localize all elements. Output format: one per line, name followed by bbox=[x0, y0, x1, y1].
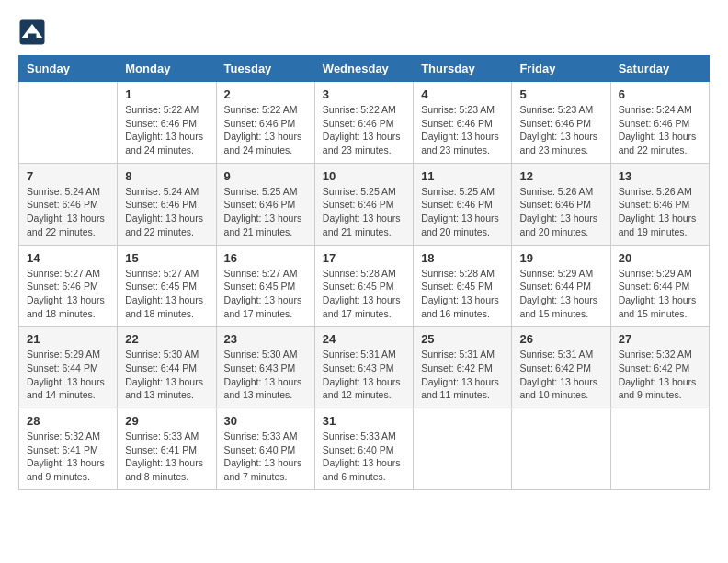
calendar-cell: 6Sunrise: 5:24 AM Sunset: 6:46 PM Daylig… bbox=[610, 82, 709, 164]
calendar-cell: 24Sunrise: 5:31 AM Sunset: 6:43 PM Dayli… bbox=[314, 327, 413, 408]
day-info: Sunrise: 5:30 AM Sunset: 6:43 PM Dayligh… bbox=[224, 348, 307, 402]
day-number: 11 bbox=[421, 169, 504, 183]
day-info: Sunrise: 5:27 AM Sunset: 6:46 PM Dayligh… bbox=[27, 267, 109, 321]
day-info: Sunrise: 5:22 AM Sunset: 6:46 PM Dayligh… bbox=[125, 103, 208, 157]
calendar-cell: 27Sunrise: 5:32 AM Sunset: 6:42 PM Dayli… bbox=[610, 327, 709, 408]
calendar-week-row: 28Sunrise: 5:32 AM Sunset: 6:41 PM Dayli… bbox=[19, 408, 710, 490]
weekday-header-row: SundayMondayTuesdayWednesdayThursdayFrid… bbox=[19, 56, 710, 82]
calendar-cell: 8Sunrise: 5:24 AM Sunset: 6:46 PM Daylig… bbox=[118, 163, 216, 245]
calendar-cell: 22Sunrise: 5:30 AM Sunset: 6:44 PM Dayli… bbox=[118, 327, 216, 408]
day-info: Sunrise: 5:25 AM Sunset: 6:46 PM Dayligh… bbox=[421, 185, 504, 239]
day-info: Sunrise: 5:31 AM Sunset: 6:43 PM Dayligh… bbox=[323, 348, 405, 402]
calendar-cell: 7Sunrise: 5:24 AM Sunset: 6:46 PM Daylig… bbox=[19, 163, 118, 245]
day-number: 4 bbox=[421, 87, 504, 101]
calendar-cell: 9Sunrise: 5:25 AM Sunset: 6:46 PM Daylig… bbox=[216, 163, 314, 245]
weekday-header-wednesday: Wednesday bbox=[314, 56, 413, 82]
day-number: 6 bbox=[619, 87, 701, 101]
day-info: Sunrise: 5:31 AM Sunset: 6:42 PM Dayligh… bbox=[421, 348, 504, 402]
calendar-cell bbox=[610, 408, 709, 490]
day-number: 22 bbox=[125, 332, 208, 346]
calendar-cell: 14Sunrise: 5:27 AM Sunset: 6:46 PM Dayli… bbox=[19, 245, 118, 327]
day-number: 9 bbox=[224, 169, 307, 183]
calendar-cell: 10Sunrise: 5:25 AM Sunset: 6:46 PM Dayli… bbox=[314, 163, 413, 245]
day-info: Sunrise: 5:32 AM Sunset: 6:42 PM Dayligh… bbox=[619, 348, 701, 402]
calendar-cell: 1Sunrise: 5:22 AM Sunset: 6:46 PM Daylig… bbox=[118, 82, 216, 164]
calendar-cell: 5Sunrise: 5:23 AM Sunset: 6:46 PM Daylig… bbox=[512, 82, 610, 164]
calendar-cell: 25Sunrise: 5:31 AM Sunset: 6:42 PM Dayli… bbox=[414, 327, 512, 408]
day-number: 12 bbox=[519, 169, 602, 183]
weekday-header-tuesday: Tuesday bbox=[216, 56, 314, 82]
logo-icon bbox=[18, 18, 46, 46]
calendar-cell: 16Sunrise: 5:27 AM Sunset: 6:45 PM Dayli… bbox=[216, 245, 314, 327]
day-info: Sunrise: 5:29 AM Sunset: 6:44 PM Dayligh… bbox=[619, 267, 701, 321]
day-info: Sunrise: 5:25 AM Sunset: 6:46 PM Dayligh… bbox=[224, 185, 307, 239]
day-info: Sunrise: 5:23 AM Sunset: 6:46 PM Dayligh… bbox=[519, 103, 602, 157]
day-number: 31 bbox=[323, 414, 405, 428]
calendar-week-row: 14Sunrise: 5:27 AM Sunset: 6:46 PM Dayli… bbox=[19, 245, 710, 327]
calendar-cell bbox=[512, 408, 610, 490]
weekday-header-sunday: Sunday bbox=[19, 56, 118, 82]
day-number: 17 bbox=[323, 251, 405, 265]
calendar-cell: 18Sunrise: 5:28 AM Sunset: 6:45 PM Dayli… bbox=[414, 245, 512, 327]
day-number: 5 bbox=[519, 87, 602, 101]
calendar-cell: 29Sunrise: 5:33 AM Sunset: 6:41 PM Dayli… bbox=[118, 408, 216, 490]
calendar-table: SundayMondayTuesdayWednesdayThursdayFrid… bbox=[18, 55, 710, 490]
calendar-cell bbox=[19, 82, 118, 164]
day-number: 23 bbox=[224, 332, 307, 346]
day-number: 3 bbox=[323, 87, 405, 101]
day-info: Sunrise: 5:23 AM Sunset: 6:46 PM Dayligh… bbox=[421, 103, 504, 157]
day-info: Sunrise: 5:25 AM Sunset: 6:46 PM Dayligh… bbox=[323, 185, 405, 239]
day-number: 24 bbox=[323, 332, 405, 346]
day-info: Sunrise: 5:29 AM Sunset: 6:44 PM Dayligh… bbox=[27, 348, 109, 402]
day-number: 14 bbox=[27, 251, 109, 265]
weekday-header-saturday: Saturday bbox=[610, 56, 709, 82]
day-info: Sunrise: 5:24 AM Sunset: 6:46 PM Dayligh… bbox=[125, 185, 208, 239]
day-info: Sunrise: 5:26 AM Sunset: 6:46 PM Dayligh… bbox=[519, 185, 602, 239]
day-number: 13 bbox=[619, 169, 701, 183]
calendar-cell: 20Sunrise: 5:29 AM Sunset: 6:44 PM Dayli… bbox=[610, 245, 709, 327]
day-number: 29 bbox=[125, 414, 208, 428]
calendar-cell: 2Sunrise: 5:22 AM Sunset: 6:46 PM Daylig… bbox=[216, 82, 314, 164]
calendar-cell: 13Sunrise: 5:26 AM Sunset: 6:46 PM Dayli… bbox=[610, 163, 709, 245]
day-info: Sunrise: 5:32 AM Sunset: 6:41 PM Dayligh… bbox=[27, 430, 109, 484]
calendar-cell: 11Sunrise: 5:25 AM Sunset: 6:46 PM Dayli… bbox=[414, 163, 512, 245]
day-number: 30 bbox=[224, 414, 307, 428]
day-number: 20 bbox=[619, 251, 701, 265]
day-number: 25 bbox=[421, 332, 504, 346]
day-number: 26 bbox=[519, 332, 602, 346]
calendar-cell: 3Sunrise: 5:22 AM Sunset: 6:46 PM Daylig… bbox=[314, 82, 413, 164]
day-info: Sunrise: 5:33 AM Sunset: 6:41 PM Dayligh… bbox=[125, 430, 208, 484]
day-info: Sunrise: 5:22 AM Sunset: 6:46 PM Dayligh… bbox=[224, 103, 307, 157]
day-info: Sunrise: 5:28 AM Sunset: 6:45 PM Dayligh… bbox=[323, 267, 405, 321]
day-info: Sunrise: 5:24 AM Sunset: 6:46 PM Dayligh… bbox=[27, 185, 109, 239]
day-info: Sunrise: 5:27 AM Sunset: 6:45 PM Dayligh… bbox=[224, 267, 307, 321]
calendar-cell: 21Sunrise: 5:29 AM Sunset: 6:44 PM Dayli… bbox=[19, 327, 118, 408]
page-header bbox=[18, 18, 710, 46]
calendar-cell: 23Sunrise: 5:30 AM Sunset: 6:43 PM Dayli… bbox=[216, 327, 314, 408]
day-info: Sunrise: 5:31 AM Sunset: 6:42 PM Dayligh… bbox=[519, 348, 602, 402]
day-number: 1 bbox=[125, 87, 208, 101]
day-number: 16 bbox=[224, 251, 307, 265]
day-info: Sunrise: 5:29 AM Sunset: 6:44 PM Dayligh… bbox=[519, 267, 602, 321]
day-number: 18 bbox=[421, 251, 504, 265]
day-number: 7 bbox=[27, 169, 109, 183]
day-number: 2 bbox=[224, 87, 307, 101]
calendar-cell: 4Sunrise: 5:23 AM Sunset: 6:46 PM Daylig… bbox=[414, 82, 512, 164]
day-number: 8 bbox=[125, 169, 208, 183]
calendar-week-row: 21Sunrise: 5:29 AM Sunset: 6:44 PM Dayli… bbox=[19, 327, 710, 408]
day-info: Sunrise: 5:26 AM Sunset: 6:46 PM Dayligh… bbox=[619, 185, 701, 239]
calendar-cell: 12Sunrise: 5:26 AM Sunset: 6:46 PM Dayli… bbox=[512, 163, 610, 245]
svg-rect-2 bbox=[28, 34, 37, 39]
calendar-week-row: 1Sunrise: 5:22 AM Sunset: 6:46 PM Daylig… bbox=[19, 82, 710, 164]
calendar-week-row: 7Sunrise: 5:24 AM Sunset: 6:46 PM Daylig… bbox=[19, 163, 710, 245]
day-number: 10 bbox=[323, 169, 405, 183]
calendar-cell: 15Sunrise: 5:27 AM Sunset: 6:45 PM Dayli… bbox=[118, 245, 216, 327]
day-number: 19 bbox=[519, 251, 602, 265]
logo bbox=[18, 18, 50, 46]
calendar-cell: 28Sunrise: 5:32 AM Sunset: 6:41 PM Dayli… bbox=[19, 408, 118, 490]
calendar-cell: 17Sunrise: 5:28 AM Sunset: 6:45 PM Dayli… bbox=[314, 245, 413, 327]
weekday-header-monday: Monday bbox=[118, 56, 216, 82]
day-info: Sunrise: 5:28 AM Sunset: 6:45 PM Dayligh… bbox=[421, 267, 504, 321]
day-info: Sunrise: 5:22 AM Sunset: 6:46 PM Dayligh… bbox=[323, 103, 405, 157]
weekday-header-friday: Friday bbox=[512, 56, 610, 82]
